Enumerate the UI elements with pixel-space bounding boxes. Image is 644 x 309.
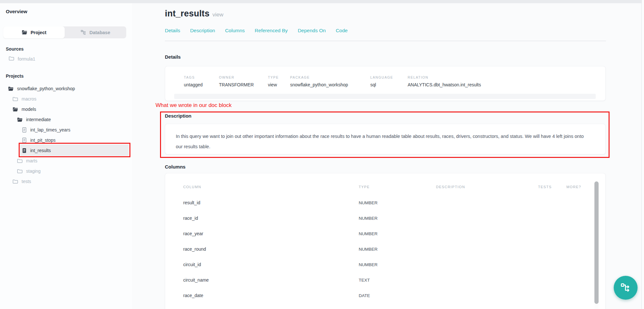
tree-item-label: models: [22, 107, 36, 112]
table-row-circuit-name[interactable]: circuit_name TEXT: [165, 272, 605, 288]
header-more: MORE?: [566, 185, 605, 189]
lineage-graph-button[interactable]: [614, 276, 638, 300]
cell-type: TEXT: [359, 278, 436, 283]
cell-column: race_date: [183, 293, 359, 298]
folder-icon: [13, 179, 18, 184]
field-value: TRANSFORMER: [219, 82, 268, 87]
document-icon: [22, 127, 27, 133]
tab-description[interactable]: Description: [190, 28, 215, 34]
table-row-race-date[interactable]: race_date DATE: [165, 288, 605, 303]
tree-item-int-results-selected[interactable]: int_results: [0, 145, 132, 156]
top-strip: [0, 0, 644, 3]
field-value: untagged: [184, 82, 219, 87]
tree-item-int-lap-times-years[interactable]: int_lap_times_years: [0, 125, 132, 135]
field-value: snowflake_python_workshop: [290, 82, 370, 87]
source-label: formula1: [18, 56, 35, 62]
materialization-badge: view: [213, 12, 223, 18]
field-value: view: [268, 82, 290, 87]
cell-type: NUMBER: [359, 216, 436, 221]
header-type: TYPE: [359, 185, 436, 189]
description-card: In this query we want to join out other …: [165, 124, 606, 154]
sources-section-label: Sources: [6, 46, 24, 52]
page-scrollbar[interactable]: [641, 0, 644, 309]
folder-icon: [17, 169, 23, 174]
tree-item-int-pit-stops[interactable]: int_pit_stops: [0, 135, 132, 145]
tab-columns[interactable]: Columns: [225, 28, 245, 34]
page-title: int_resultsview: [165, 9, 223, 19]
tree-item-label: int_pit_stops: [30, 138, 56, 143]
cell-column: race_id: [183, 216, 359, 221]
tabs-divider: [165, 41, 606, 41]
cell-column: circuit_id: [183, 262, 359, 267]
table-row-race-time[interactable]: race_time TIME: [165, 303, 605, 309]
details-card-footer: [174, 94, 596, 99]
folder-icon: [13, 97, 18, 101]
field-label: PACKAGE: [290, 75, 370, 79]
tree-item-intermediate[interactable]: intermediate: [0, 114, 132, 125]
cell-column: race_year: [183, 231, 359, 236]
field-label: TAGS: [184, 75, 219, 79]
project-toggle-label: Project: [31, 30, 46, 35]
columns-card: COLUMN TYPE DESCRIPTION TESTS MORE? resu…: [165, 173, 606, 309]
tab-depends-on[interactable]: Depends On: [298, 28, 326, 34]
database-toggle-button[interactable]: Database: [65, 26, 126, 38]
columns-table-body: result_id NUMBER race_id NUMBER race_yea…: [165, 195, 605, 309]
tree-item-models[interactable]: models: [0, 104, 132, 114]
table-row-circuit-id[interactable]: circuit_id NUMBER: [165, 257, 605, 272]
sidebar: Overview Project Database Sources formul…: [0, 3, 132, 309]
dbt-docs-page: Overview Project Database Sources formul…: [0, 0, 644, 309]
table-row-race-year[interactable]: race_year NUMBER: [165, 226, 605, 241]
cell-column: result_id: [183, 200, 359, 205]
project-tree: snowflake_python_workshop macros models …: [0, 83, 132, 187]
model-name: int_results: [165, 9, 210, 18]
project-toggle-button[interactable]: Project: [3, 26, 65, 38]
document-icon: [22, 138, 27, 143]
view-toggle: Project Database: [3, 26, 126, 38]
cell-type: DATE: [359, 293, 436, 298]
description-section-heading: Description: [165, 113, 192, 119]
tree-item-tests[interactable]: tests: [0, 176, 132, 187]
table-row-result-id[interactable]: result_id NUMBER: [165, 195, 605, 210]
columns-scrollbar-thumb[interactable]: [594, 181, 599, 304]
header-description: DESCRIPTION: [436, 185, 538, 189]
field-label: OWNER: [219, 75, 268, 79]
document-solid-icon: [22, 148, 27, 153]
tree-item-staging[interactable]: staging: [0, 166, 132, 176]
field-value: sql: [370, 82, 408, 87]
field-value: ANALYTICS.dbt_hwatson.int_results: [408, 82, 605, 87]
tree-item-snowflake-python-workshop[interactable]: snowflake_python_workshop: [0, 83, 132, 94]
tree-item-label: macros: [22, 96, 36, 101]
columns-scrollbar-track[interactable]: [594, 181, 599, 309]
tree-item-label: int_lap_times_years: [30, 127, 71, 132]
folder-icon: [17, 159, 23, 163]
tab-referenced-by[interactable]: Referenced By: [255, 28, 288, 34]
tab-details[interactable]: Details: [165, 28, 180, 34]
cell-type: NUMBER: [359, 247, 436, 252]
cell-column: race_round: [183, 246, 359, 252]
header-column: COLUMN: [183, 185, 359, 189]
sidebar-title: Overview: [6, 9, 27, 14]
field-label: TYPE: [268, 75, 290, 79]
field-label: RELATION: [408, 75, 605, 79]
cell-type: NUMBER: [359, 231, 436, 236]
tree-item-label: marts: [26, 158, 37, 163]
annotation-text: What we wrote in our doc block: [156, 102, 232, 109]
folder-icon: [9, 56, 14, 62]
folder-open-icon: [8, 86, 14, 91]
tab-code[interactable]: Code: [336, 28, 348, 34]
tree-item-label: intermediate: [26, 117, 51, 122]
tree-item-marts[interactable]: marts: [0, 156, 132, 166]
tree-item-label: snowflake_python_workshop: [17, 86, 75, 91]
sidebar-item-formula1[interactable]: formula1: [0, 54, 132, 63]
tree-item-label: int_results: [30, 148, 51, 153]
details-card: TAGS untagged OWNER TRANSFORMER TYPE vie…: [165, 66, 606, 101]
tree-item-label: tests: [22, 179, 31, 184]
tree-item-macros[interactable]: macros: [0, 94, 132, 104]
table-row-race-id[interactable]: race_id NUMBER: [165, 210, 605, 226]
columns-table-header: COLUMN TYPE DESCRIPTION TESTS MORE?: [165, 173, 605, 189]
cell-type: NUMBER: [359, 200, 436, 205]
table-row-race-round[interactable]: race_round NUMBER: [165, 241, 605, 257]
tree-item-label: staging: [26, 169, 41, 174]
folder-open-icon: [13, 107, 18, 112]
cell-column: circuit_name: [183, 277, 359, 283]
